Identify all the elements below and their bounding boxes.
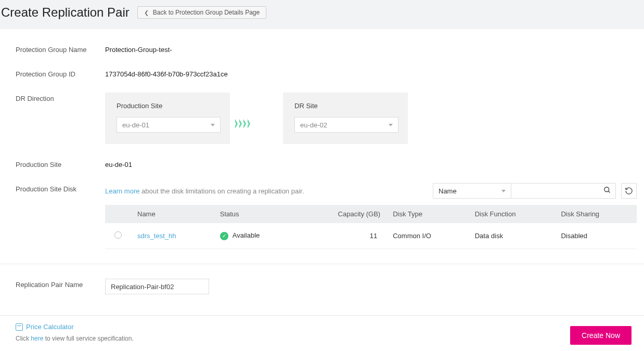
col-disk-type: Disk Type (387, 205, 469, 223)
caret-down-icon (501, 190, 506, 192)
col-status: Status (214, 205, 298, 223)
learn-more-link[interactable]: Learn more (105, 187, 139, 195)
dr-site-select[interactable]: eu-de-02 (294, 117, 398, 133)
caret-down-icon (389, 124, 393, 126)
back-button-label: Back to Protection Group Details Page (153, 9, 260, 16)
dr-site-select-value: eu-de-02 (300, 121, 327, 129)
value-protection-group-name: Protection-Group-test- (105, 44, 172, 54)
search-icon[interactable] (603, 186, 611, 196)
label-protection-group-id: Protection Group ID (16, 68, 105, 78)
price-calculator-link[interactable]: Price Calculator (16, 323, 74, 331)
label-production-site: Production Site (16, 159, 105, 168)
label-replication-pair-name: Replication Pair Name (16, 279, 105, 289)
dr-site-box-label: DR Site (294, 102, 396, 110)
learn-more-rest: about the disk limitations on creating a… (139, 187, 304, 195)
form-content: Protection Group Name Protection-Group-t… (0, 29, 644, 294)
divider (0, 264, 644, 264)
spec-text: Click here to view full service specific… (16, 335, 134, 342)
production-site-box-label: Production Site (117, 102, 218, 110)
chevron-left-icon: ❮ (144, 9, 149, 16)
col-capacity: Capacity (GB) (298, 205, 387, 223)
direction-arrows-icon (235, 119, 252, 128)
disk-capacity: 11 (298, 223, 387, 249)
search-filter: Name (433, 183, 616, 199)
price-calculator-label: Price Calculator (26, 323, 74, 331)
value-protection-group-id: 1737054d-86f0-436f-b70b-973ccf23a1ce (105, 68, 228, 78)
col-name: Name (131, 205, 214, 223)
search-by-select[interactable]: Name (433, 184, 511, 198)
label-production-site-disk: Production Site Disk (16, 183, 105, 193)
dr-direction-boxes: Production Site eu-de-01 DR Site eu-de-0… (105, 93, 408, 144)
disk-sharing: Disabled (555, 223, 637, 249)
disk-status: Available (233, 231, 260, 239)
disk-function: Data disk (469, 223, 555, 249)
replication-pair-name-input[interactable] (105, 279, 209, 294)
status-available-icon: ✓ (220, 232, 228, 240)
page-header: Create Replication Pair ❮ Back to Protec… (0, 0, 644, 29)
production-site-select[interactable]: eu-de-01 (117, 117, 221, 133)
search-by-value: Name (439, 187, 457, 195)
row-radio[interactable] (114, 231, 122, 239)
production-site-select-value: eu-de-01 (122, 121, 149, 129)
back-button[interactable]: ❮ Back to Protection Group Details Page (137, 6, 266, 19)
col-disk-sharing: Disk Sharing (555, 205, 637, 223)
disk-name-link[interactable]: sdrs_test_hh (137, 232, 176, 240)
value-production-site: eu-de-01 (105, 159, 132, 168)
create-now-button[interactable]: Create Now (570, 326, 632, 345)
col-disk-function: Disk Function (469, 205, 555, 223)
caret-down-icon (211, 124, 215, 126)
footer-bar: Price Calculator Click here to view full… (0, 315, 644, 351)
disk-table: Name Status Capacity (GB) Disk Type Disk… (105, 205, 637, 249)
label-protection-group-name: Protection Group Name (16, 44, 105, 54)
production-site-box: Production Site eu-de-01 (105, 93, 230, 144)
page-title: Create Replication Pair (1, 5, 130, 20)
label-dr-direction: DR Direction (16, 93, 105, 102)
calculator-icon (16, 323, 23, 331)
refresh-button[interactable] (621, 183, 637, 199)
svg-point-0 (604, 187, 609, 192)
disk-limitation-text: Learn more about the disk limitations on… (105, 187, 304, 195)
spec-here-link[interactable]: here (31, 335, 43, 342)
svg-line-1 (608, 191, 610, 192)
dr-site-box: DR Site eu-de-02 (283, 93, 408, 144)
table-row[interactable]: sdrs_test_hh ✓Available 11 Common I/O Da… (105, 223, 637, 249)
search-input[interactable] (516, 187, 603, 195)
disk-type: Common I/O (387, 223, 469, 249)
